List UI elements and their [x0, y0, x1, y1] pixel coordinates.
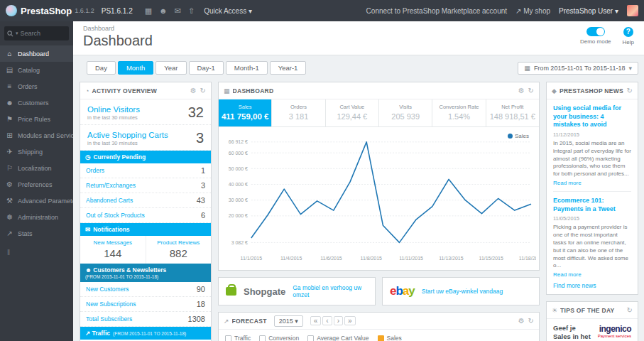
messages-icon[interactable]: ✉ — [175, 6, 181, 16]
refresh-icon[interactable]: ↻ — [627, 306, 633, 314]
date-range-label: From 2015-11-01 To 2015-11-18 — [534, 65, 626, 72]
sidebar-item-label: Stats — [18, 230, 33, 237]
customers-quick-icon[interactable]: ☻ — [159, 6, 168, 15]
grid-icon: ▦ — [224, 87, 230, 94]
gear-icon[interactable]: ⚙ — [518, 87, 525, 94]
prestashop-logo-icon[interactable] — [6, 5, 17, 16]
active-carts-metric[interactable]: Active Shopping Carts in the last 30 min… — [80, 125, 211, 151]
avatar[interactable] — [627, 5, 638, 16]
forecast-legend-sales[interactable]: Sales — [378, 335, 402, 341]
kpi-orders[interactable]: Orders 3 181 — [272, 99, 325, 126]
cell-label: Product Reviews — [148, 239, 210, 246]
sidebar-item-advanced-parameters[interactable]: ⚒ Advanced Parameters — [0, 193, 73, 209]
customers-row-new-customers[interactable]: New Customers 90 — [80, 282, 211, 297]
sales-checkbox[interactable] — [378, 335, 384, 341]
find-more-news-link[interactable]: Find more news — [553, 282, 631, 289]
pending-row-abandoned-carts[interactable]: Abandoned Carts 43 — [80, 193, 211, 208]
sidebar-item-price-rules[interactable]: ⚑ Price Rules — [0, 111, 73, 127]
refresh-icon[interactable]: ↻ — [200, 87, 206, 94]
conversion-checkbox[interactable] — [259, 335, 266, 341]
customers-icon: ☻ — [6, 99, 13, 107]
upgrade-icon[interactable]: ⇧ — [188, 6, 195, 16]
demo-mode-toggle[interactable] — [586, 27, 605, 36]
svg-text:50 000 €: 50 000 € — [229, 166, 248, 171]
marketplace-link[interactable]: Connect to PrestaShop Marketplace accoun… — [366, 7, 507, 15]
svg-text:11/11/2015: 11/11/2015 — [399, 256, 423, 261]
breadcrumb[interactable]: Dashboard — [83, 25, 634, 32]
ingenico-tagline: Payment services — [598, 334, 631, 338]
news-panel-title: PRESTASHOP NEWS — [560, 87, 624, 94]
sidebar-item-preferences[interactable]: ⚙ Preferences — [0, 176, 73, 193]
next-page-icon[interactable]: › — [334, 316, 343, 325]
kpi-visits[interactable]: Visits 205 939 — [379, 99, 432, 126]
pending-row-orders[interactable]: Orders 1 — [80, 163, 211, 178]
forecast-legend-conversion[interactable]: Conversion — [259, 335, 299, 341]
kpi-sales[interactable]: Sales 411 759,00 € — [219, 99, 272, 126]
last-page-icon[interactable]: » — [344, 316, 356, 325]
pending-row-returns[interactable]: Return/Exchanges 3 — [80, 178, 211, 193]
search-box[interactable]: ▾ — [4, 26, 69, 40]
ebay-ad-link[interactable]: Start uw eBay-winkel vandaag — [422, 288, 503, 295]
online-visitors-metric[interactable]: Online Visitors in the last 30 minutes 3… — [80, 99, 211, 125]
cart-icon[interactable]: ▦ — [145, 6, 152, 16]
new-messages-cell[interactable]: New Messages 144 — [80, 236, 146, 264]
average-cart-value-checkbox[interactable] — [307, 335, 314, 341]
read-more-link[interactable]: Read more — [553, 271, 631, 278]
gear-icon[interactable]: ⚙ — [190, 87, 197, 94]
forecast-year-select[interactable]: 2015 ▾ — [274, 315, 303, 327]
svg-text:66 912 €: 66 912 € — [229, 139, 248, 144]
refresh-icon[interactable]: ↻ — [627, 87, 633, 94]
tab-month[interactable]: Month — [118, 61, 153, 75]
prev-page-icon[interactable]: ‹ — [322, 316, 332, 325]
tab-day-minus-1[interactable]: Day-1 — [189, 61, 224, 75]
search-input[interactable] — [21, 30, 66, 37]
user-menu[interactable]: PrestaShop User ▾ — [559, 7, 618, 15]
sidebar-item-dashboard[interactable]: ⌂ Dashboard — [0, 45, 73, 62]
tab-month-minus-1[interactable]: Month-1 — [226, 61, 268, 75]
read-more-link[interactable]: Read more — [553, 180, 631, 186]
first-page-icon[interactable]: « — [310, 316, 322, 325]
forecast-legend-traffic[interactable]: Traffic — [225, 335, 251, 341]
kpi-conversion-rate[interactable]: Conversion Rate 1.54% — [432, 99, 486, 126]
forecast-year-value: 2015 — [279, 318, 293, 325]
sidebar-item-catalog[interactable]: ▤ Catalog — [0, 62, 73, 78]
traffic-checkbox[interactable] — [225, 335, 231, 341]
help-icon[interactable]: ? — [623, 27, 633, 37]
product-reviews-cell[interactable]: Product Reviews 882 — [146, 236, 212, 264]
customers-row-new-subscriptions[interactable]: New Subscriptions 18 — [80, 297, 211, 312]
chart-legend[interactable]: Sales — [508, 133, 529, 139]
pending-row-out-of-stock[interactable]: Out of Stock Products 6 — [80, 208, 211, 223]
gear-icon[interactable]: ⚙ — [518, 317, 525, 325]
legend-label: Average Cart Value — [317, 335, 369, 341]
sidebar-item-stats[interactable]: ↗ Stats — [0, 225, 73, 242]
home-icon: ⌂ — [6, 50, 13, 58]
sidebar-item-orders[interactable]: ≡ Orders — [0, 78, 73, 94]
sidebar-item-modules[interactable]: ⊞ Modules and Services — [0, 127, 73, 144]
refresh-icon[interactable]: ↻ — [528, 317, 534, 325]
date-range-picker[interactable]: ▦ From 2015-11-01 To 2015-11-18 ▾ — [518, 62, 638, 75]
search-scope-caret-icon[interactable]: ▾ — [16, 31, 18, 36]
refresh-icon[interactable]: ↻ — [528, 87, 534, 94]
my-shop-link[interactable]: ↗ My shop — [515, 7, 550, 15]
customers-row-total-subscribers[interactable]: Total Subscribers 1308 — [80, 312, 211, 327]
kpi-net-profit[interactable]: Net Profit 148 918,51 € — [486, 99, 539, 126]
quick-access-menu[interactable]: Quick Access ▾ — [204, 7, 252, 15]
ebay-letter: y — [408, 284, 414, 298]
sidebar-collapse-icon[interactable]: ‖ — [0, 242, 73, 264]
ebay-module-ad[interactable]: ebay Start uw eBay-winkel vandaag — [382, 277, 540, 305]
sidebar-item-shipping[interactable]: ✈ Shipping — [0, 144, 73, 160]
dashboard-content: ◔ ACTIVITY OVERVIEW ⚙ ↻ Online Visitors … — [73, 75, 644, 341]
tab-day[interactable]: Day — [87, 61, 116, 75]
forecast-legend-average-cart-value[interactable]: Average Cart Value — [307, 335, 369, 341]
kpi-cart-value[interactable]: Cart Value 129,44 € — [326, 99, 379, 126]
tab-year-minus-1[interactable]: Year-1 — [270, 61, 307, 75]
sidebar-item-administration[interactable]: ☸ Administration — [0, 209, 73, 225]
tab-year[interactable]: Year — [155, 61, 186, 75]
shopgate-module-ad[interactable]: Shopgate Ga mobiel en verhoog uw omzet — [218, 277, 376, 305]
article-title-link[interactable]: Ecommerce 101: Payments in a Tweet — [553, 197, 631, 213]
prestashop-news-panel: ◆ PRESTASHOP NEWS ↻ Using social media f… — [546, 82, 638, 295]
shopgate-ad-link[interactable]: Ga mobiel en verhoog uw omzet — [293, 284, 368, 298]
article-title-link[interactable]: Using social media for your business: 4 … — [553, 104, 631, 129]
sidebar-item-localization[interactable]: ⚐ Localization — [0, 160, 73, 176]
sidebar-item-customers[interactable]: ☻ Customers — [0, 94, 73, 111]
